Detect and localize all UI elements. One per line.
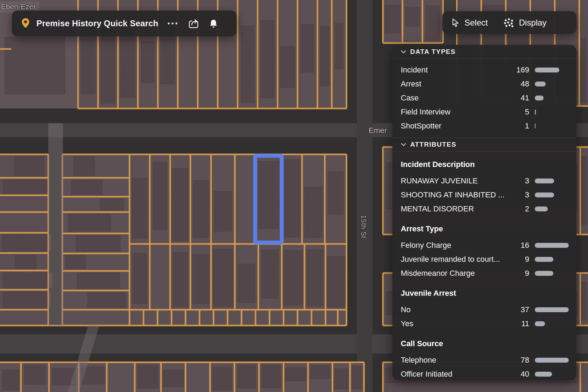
attribute-sections: Incident DescriptionRUNAWAY JUVENILE3SHO… (392, 158, 576, 380)
row-bar (535, 178, 569, 183)
row-count: 1 (510, 121, 529, 131)
chevron-down-icon (401, 142, 406, 147)
attribute-row[interactable]: MENTAL DISORDER2 (401, 202, 569, 216)
row-bar (535, 206, 569, 211)
bell-icon (209, 18, 218, 29)
row-count: 169 (510, 65, 529, 75)
share-icon (188, 18, 200, 29)
attribute-row[interactable]: Juvenile remanded to court...9 (401, 252, 569, 266)
cursor-icon (451, 18, 460, 27)
display-label: Display (519, 18, 547, 28)
row-bar (535, 124, 569, 128)
row-label: Yes (401, 319, 510, 328)
more-options-button[interactable] (167, 21, 178, 26)
row-count: 9 (510, 269, 529, 278)
row-bar (535, 96, 569, 100)
map-label-street-vertical: 15th St (359, 215, 368, 238)
row-bar (535, 271, 569, 276)
attribute-section: Arrest TypeFelony Charge16Juvenile reman… (401, 222, 569, 280)
row-label: Telephone (401, 356, 510, 365)
attribute-section-title: Juvenile Arrest (401, 287, 569, 300)
attribute-section: Juvenile ArrestNo37Yes11 (401, 287, 569, 331)
attribute-row[interactable]: Yes11 (401, 317, 569, 331)
attribute-section: Incident DescriptionRUNAWAY JUVENILE3SHO… (401, 158, 569, 216)
row-bar (535, 243, 569, 248)
attribute-row[interactable]: RUNAWAY JUVENILE3 (401, 174, 569, 188)
row-label: Officer Initiated (401, 370, 510, 379)
row-bar (535, 307, 569, 312)
row-count: 3 (510, 190, 529, 200)
data-type-row[interactable]: Case41 (401, 91, 569, 105)
attribute-row[interactable]: Felony Charge16 (401, 238, 569, 252)
row-bar (535, 110, 569, 114)
row-label: Felony Charge (401, 241, 510, 250)
data-type-row[interactable]: ShotSpotter1 (401, 119, 569, 133)
row-count: 5 (510, 107, 529, 117)
select-button[interactable]: Select (451, 18, 488, 28)
row-bar (535, 192, 569, 197)
attribute-section-title: Arrest Type (401, 222, 569, 236)
quick-search-title: Premise History Quick Search (36, 19, 158, 28)
attribute-section: Call SourceTelephone78Officer Initiated4… (401, 337, 569, 380)
data-type-row[interactable]: Field Interview5 (401, 105, 569, 119)
attributes-title: ATTRIBUTES (410, 141, 456, 148)
attribute-row[interactable]: Telephone78 (401, 353, 569, 367)
chevron-down-icon (401, 49, 406, 55)
data-panel: DATA TYPES Incident169Arrest48Case41Fiel… (392, 45, 576, 380)
row-count: 9 (510, 255, 529, 264)
attribute-row[interactable]: SHOOTING AT INHABITED ...3 (401, 188, 569, 202)
attribute-section-title: Call Source (401, 337, 569, 350)
row-label: RUNAWAY JUVENILE (401, 176, 510, 186)
map-pin-icon (20, 18, 31, 29)
attribute-row[interactable]: Misdemeanor Charge9 (401, 266, 569, 280)
row-count: 78 (510, 356, 529, 365)
notifications-button[interactable] (209, 18, 218, 29)
data-types-title: DATA TYPES (410, 48, 456, 56)
row-bar (535, 257, 569, 262)
quick-search-toolbar: Premise History Quick Search (12, 10, 237, 36)
row-count: 2 (510, 204, 529, 214)
row-label: Incident (401, 65, 510, 75)
attribute-row[interactable]: No37 (401, 303, 569, 317)
row-label: Case (401, 93, 510, 103)
row-bar (535, 321, 569, 326)
row-label: MENTAL DISORDER (401, 204, 510, 214)
data-type-row[interactable]: Arrest48 (401, 77, 569, 91)
row-label: SHOOTING AT INHABITED ... (401, 190, 510, 200)
dot-cluster-icon (503, 18, 514, 28)
row-bar (535, 358, 569, 363)
map-label-street-horizontal: Emer (369, 126, 387, 135)
row-label: No (401, 305, 510, 314)
row-label: Arrest (401, 79, 510, 89)
row-count: 11 (510, 319, 529, 328)
data-types-header[interactable]: DATA TYPES (392, 45, 576, 59)
attributes-header[interactable]: ATTRIBUTES (392, 138, 576, 152)
row-label: Juvenile remanded to court... (401, 255, 510, 264)
share-button[interactable] (188, 18, 200, 29)
more-ellipsis-icon (167, 21, 178, 26)
row-label: Misdemeanor Charge (401, 269, 510, 278)
display-button[interactable]: Display (503, 18, 547, 28)
map-label-place: Eben-Ezer (1, 2, 36, 11)
row-label: ShotSpotter (401, 121, 510, 131)
row-count: 41 (510, 93, 529, 103)
row-bar (535, 68, 569, 72)
row-count: 48 (510, 79, 529, 89)
row-count: 3 (510, 176, 529, 186)
map-mode-toolbar: Select Display (442, 11, 576, 34)
app-window: Eben-Ezer Emer 15th St Premise History Q… (0, 0, 588, 392)
attribute-row[interactable]: Officer Initiated40 (401, 367, 569, 380)
row-count: 16 (510, 241, 529, 250)
row-count: 40 (510, 370, 529, 379)
row-count: 37 (510, 305, 529, 314)
attribute-section-title: Incident Description (401, 158, 569, 171)
row-label: Field Interview (401, 107, 510, 117)
data-type-row[interactable]: Incident169 (401, 63, 569, 77)
row-bar (535, 82, 569, 86)
data-type-rows: Incident169Arrest48Case41Field Interview… (392, 59, 576, 133)
row-bar (535, 372, 569, 377)
select-label: Select (464, 18, 488, 28)
